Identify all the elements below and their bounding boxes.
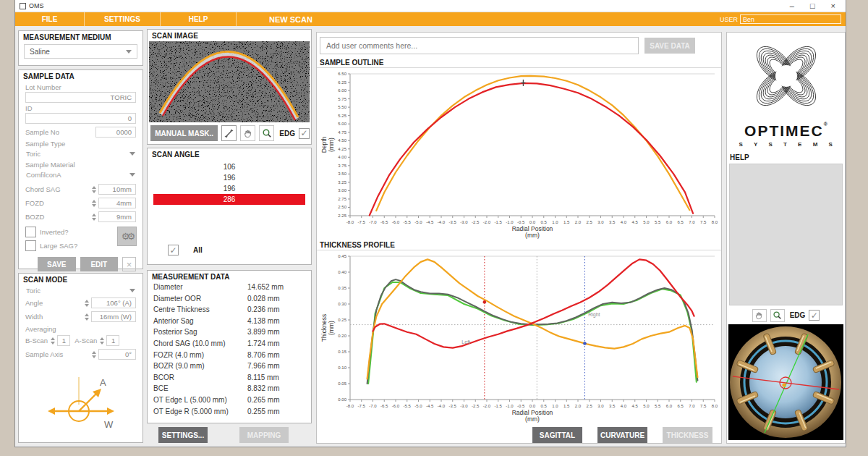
svg-text:-0.5: -0.5 xyxy=(517,220,525,224)
settings-button[interactable]: SETTINGS... xyxy=(158,427,208,443)
sample-type-label: Sample Type xyxy=(19,138,142,148)
svg-text:-2.5: -2.5 xyxy=(472,220,480,224)
table-row: OT Edge L (5.000 mm)0.265 mm xyxy=(148,395,311,407)
scan-angle-item[interactable]: 196 xyxy=(153,183,305,194)
svg-text:-8.0: -8.0 xyxy=(346,404,354,408)
table-row: FOZR (4.0 mm)8.706 mm xyxy=(148,350,311,362)
thickness-button[interactable]: THICKNESS xyxy=(663,427,712,443)
measurement-value: 0.265 mm xyxy=(247,396,279,406)
sample-no-field[interactable]: 0000 xyxy=(95,127,136,138)
fozd-stepper[interactable] xyxy=(92,200,96,207)
scan-angle-item[interactable]: 106 xyxy=(153,161,305,172)
svg-text:-6.0: -6.0 xyxy=(392,404,400,408)
svg-text:-7.5: -7.5 xyxy=(358,404,366,408)
menu-new-scan[interactable]: NEW SCAN xyxy=(237,15,345,24)
width-field[interactable]: 16mm (W) xyxy=(91,311,136,322)
width-label: Width xyxy=(25,313,85,321)
pan-hand-icon[interactable] xyxy=(752,309,767,322)
b-scan-stepper[interactable] xyxy=(51,337,55,345)
b-scan-field[interactable]: 1 xyxy=(57,335,70,346)
svg-text:-5.5: -5.5 xyxy=(404,220,412,224)
large-sag-label: Large SAG? xyxy=(40,242,77,250)
id-field[interactable]: 0 xyxy=(25,113,136,124)
all-angles-checkbox[interactable] xyxy=(168,245,179,256)
svg-text:3.00: 3.00 xyxy=(338,188,346,193)
clear-sample-button[interactable]: × xyxy=(122,257,136,271)
measurement-medium-select[interactable]: Saline xyxy=(24,44,137,59)
svg-text:2.50: 2.50 xyxy=(338,205,346,209)
edit-button[interactable]: EDIT xyxy=(80,257,119,271)
svg-text:6.5: 6.5 xyxy=(678,220,684,224)
minimize-button[interactable]: – xyxy=(790,2,794,10)
zoom-magnifier-icon[interactable] xyxy=(259,125,274,141)
bozd-field[interactable]: 9mm xyxy=(98,211,136,222)
svg-text:-4.0: -4.0 xyxy=(438,404,446,408)
bozd-stepper[interactable] xyxy=(92,214,96,221)
save-data-button[interactable]: SAVE DATA xyxy=(644,38,695,54)
chord-sag-stepper[interactable] xyxy=(92,186,96,193)
sample-axis-field[interactable]: 0° xyxy=(98,349,136,360)
manual-mask-button[interactable]: MANUAL MASK.. xyxy=(150,125,218,141)
measurement-label: FOZR (4.0 mm) xyxy=(153,351,247,361)
svg-text:(mm): (mm) xyxy=(328,321,335,335)
scan-angle-item[interactable]: 286 xyxy=(153,194,305,205)
fozd-field[interactable]: 4mm xyxy=(98,198,136,208)
sagittal-button[interactable]: SAGITTAL xyxy=(532,427,582,443)
user-input[interactable] xyxy=(740,14,841,24)
chevron-down-icon xyxy=(126,50,132,54)
chord-sag-field[interactable]: 10mm xyxy=(98,184,136,195)
angle-stepper[interactable] xyxy=(85,300,89,307)
menu-file[interactable]: FILE xyxy=(15,12,85,26)
id-label: ID xyxy=(19,103,142,113)
menu-settings[interactable]: SETTINGS xyxy=(85,12,161,26)
save-button[interactable]: SAVE xyxy=(38,257,76,271)
pan-hand-icon[interactable] xyxy=(240,125,255,141)
mapping-button[interactable]: MAPPING xyxy=(239,427,289,443)
large-sag-checkbox[interactable] xyxy=(25,240,36,251)
svg-text:Thickness: Thickness xyxy=(320,314,328,342)
svg-text:6.5: 6.5 xyxy=(678,404,684,408)
measurement-label: OT Edge R (5.000 mm) xyxy=(153,408,247,418)
measurement-label: BCOR xyxy=(153,373,247,384)
scan-image[interactable] xyxy=(149,41,310,122)
table-row: OT Edge R (5.000 mm)0.255 mm xyxy=(148,407,311,418)
measurement-value: 8.706 mm xyxy=(247,351,279,361)
svg-text:7.0: 7.0 xyxy=(689,220,695,224)
comments-input[interactable] xyxy=(320,37,639,54)
expand-icon[interactable] xyxy=(221,125,237,141)
sample-data-panel: SAMPLE DATA Lot Number TORIC ID 0 Sample… xyxy=(18,69,143,269)
close-button[interactable]: × xyxy=(831,2,835,10)
lot-number-field[interactable]: TORIC xyxy=(25,92,136,103)
inverted-checkbox[interactable] xyxy=(25,227,36,237)
svg-text:4.5: 4.5 xyxy=(632,220,639,224)
camera-view[interactable] xyxy=(728,324,843,440)
lot-number-label: Lot Number xyxy=(19,82,142,92)
edg-checkbox[interactable] xyxy=(299,128,310,139)
gear-icon[interactable]: ⚙⚙ xyxy=(117,227,137,246)
maximize-button[interactable]: □ xyxy=(810,2,815,10)
angle-field[interactable]: 106° (A) xyxy=(91,297,136,308)
scan-mode-select[interactable]: Toric xyxy=(19,285,142,296)
svg-text:4.5: 4.5 xyxy=(632,404,639,408)
svg-text:6.00: 6.00 xyxy=(338,88,346,93)
sample-type-select[interactable]: Toric xyxy=(19,148,142,159)
a-scan-stepper[interactable] xyxy=(100,337,104,345)
svg-text:5.50: 5.50 xyxy=(338,105,346,109)
scan-angle-item[interactable]: 196 xyxy=(153,172,305,183)
curvature-button[interactable]: CURVATURE xyxy=(597,427,647,443)
camera-edg-checkbox[interactable] xyxy=(809,310,820,321)
zoom-magnifier-icon[interactable] xyxy=(770,309,785,322)
sample-axis-stepper[interactable] xyxy=(92,351,96,358)
svg-text:1.5: 1.5 xyxy=(563,220,570,224)
measurement-label: Posterior Sag xyxy=(153,328,247,338)
a-scan-field[interactable]: 1 xyxy=(106,335,119,346)
sample-material-select[interactable]: ComfilconA xyxy=(19,169,142,180)
width-stepper[interactable] xyxy=(85,313,89,321)
svg-text:2.75: 2.75 xyxy=(338,197,346,201)
svg-text:4.0: 4.0 xyxy=(621,220,627,224)
svg-text:-6.0: -6.0 xyxy=(392,220,400,224)
svg-text:3.5: 3.5 xyxy=(609,220,616,224)
menu-help[interactable]: HELP xyxy=(161,12,237,26)
menu-bar: FILE SETTINGS HELP NEW SCAN USER xyxy=(15,12,846,26)
svg-text:6.25: 6.25 xyxy=(338,80,346,85)
